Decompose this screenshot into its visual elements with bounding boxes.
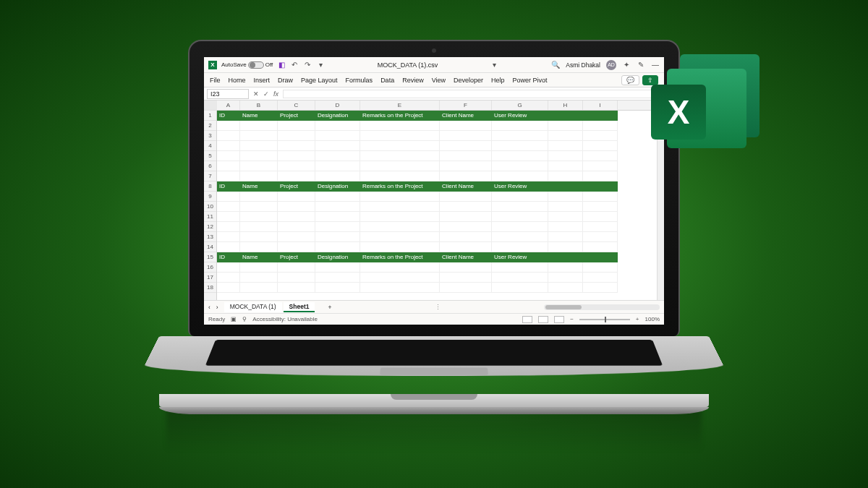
cell[interactable] — [440, 242, 492, 252]
cell[interactable]: ID — [217, 252, 240, 262]
diamond-icon[interactable]: ✦ — [622, 61, 631, 69]
row-header-2[interactable]: 2 — [204, 121, 216, 131]
cell[interactable] — [217, 242, 240, 252]
cell[interactable] — [360, 171, 440, 181]
ribbon-tab-file[interactable]: File — [210, 77, 221, 84]
cell[interactable] — [548, 242, 583, 252]
cell[interactable] — [440, 273, 492, 283]
cell[interactable] — [315, 212, 360, 222]
cell[interactable] — [548, 262, 583, 273]
cell[interactable] — [240, 262, 278, 273]
filename-dropdown-icon[interactable]: ▾ — [490, 61, 499, 69]
add-sheet-button[interactable]: + — [328, 304, 331, 311]
cell[interactable] — [217, 273, 240, 283]
cell[interactable]: Project — [278, 252, 315, 262]
cell[interactable] — [492, 242, 548, 252]
row-header-18[interactable]: 18 — [204, 283, 216, 293]
cell[interactable] — [440, 141, 492, 151]
cell[interactable] — [278, 212, 315, 222]
cell[interactable] — [360, 232, 440, 242]
cell[interactable] — [217, 232, 240, 242]
cell[interactable] — [217, 222, 240, 232]
comments-button[interactable]: 💬 — [621, 75, 639, 85]
cell[interactable] — [583, 273, 618, 283]
cell[interactable] — [440, 222, 492, 232]
row-header-6[interactable]: 6 — [204, 161, 216, 171]
cell[interactable] — [217, 212, 240, 222]
cell[interactable] — [492, 121, 548, 131]
row-header-16[interactable]: 16 — [204, 262, 216, 273]
cell[interactable] — [278, 161, 315, 171]
cell[interactable]: Name — [240, 252, 278, 262]
cell[interactable] — [240, 131, 278, 141]
row-header-7[interactable]: 7 — [204, 171, 216, 181]
cell[interactable]: Project — [278, 111, 315, 121]
cell[interactable]: Client Name — [440, 252, 492, 262]
cell[interactable] — [360, 121, 440, 131]
cancel-icon[interactable]: ✕ — [253, 90, 259, 98]
cell[interactable] — [315, 141, 360, 151]
cell[interactable] — [315, 262, 360, 273]
cell[interactable] — [315, 273, 360, 283]
cell[interactable] — [548, 161, 583, 171]
cell[interactable] — [217, 202, 240, 212]
cell[interactable] — [440, 131, 492, 141]
cell[interactable] — [548, 171, 583, 181]
zoom-level[interactable]: 100% — [645, 316, 660, 322]
cell[interactable] — [548, 273, 583, 283]
cell[interactable] — [315, 232, 360, 242]
cell[interactable] — [583, 131, 618, 141]
cell[interactable] — [548, 232, 583, 242]
autosave-toggle[interactable]: AutoSave Off — [221, 61, 273, 69]
column-header-H[interactable]: H — [548, 100, 583, 110]
cell[interactable] — [440, 171, 492, 181]
cell[interactable] — [440, 202, 492, 212]
cell[interactable] — [240, 141, 278, 151]
cell[interactable] — [278, 131, 315, 141]
zoom-in-button[interactable]: + — [636, 316, 639, 322]
cell[interactable] — [492, 212, 548, 222]
cell[interactable]: Project — [278, 181, 315, 192]
cell[interactable] — [548, 141, 583, 151]
cell[interactable] — [440, 212, 492, 222]
cell[interactable] — [583, 212, 618, 222]
cell[interactable]: ID — [217, 181, 240, 192]
cell[interactable] — [492, 141, 548, 151]
cell[interactable] — [315, 171, 360, 181]
cell[interactable] — [548, 192, 583, 202]
cell[interactable] — [548, 111, 583, 121]
cell[interactable] — [240, 192, 278, 202]
cell[interactable] — [583, 232, 618, 242]
column-header-I[interactable]: I — [583, 100, 618, 110]
row-header-8[interactable]: 8 — [204, 181, 216, 192]
ribbon-tab-view[interactable]: View — [432, 77, 446, 84]
cell[interactable] — [583, 222, 618, 232]
redo-icon[interactable]: ↷ — [303, 61, 312, 69]
horizontal-scroll-thumb[interactable] — [545, 305, 582, 309]
cell[interactable] — [548, 131, 583, 141]
cell[interactable] — [360, 242, 440, 252]
ribbon-tab-power-pivot[interactable]: Power Pivot — [513, 77, 548, 84]
cell[interactable] — [440, 232, 492, 242]
cell[interactable] — [240, 222, 278, 232]
ribbon-tab-insert[interactable]: Insert — [254, 77, 271, 84]
cell[interactable] — [548, 181, 583, 192]
column-header-F[interactable]: F — [440, 100, 492, 110]
cell[interactable] — [583, 141, 618, 151]
sheet-tab-sheet1[interactable]: Sheet1 — [284, 302, 315, 312]
cell[interactable] — [278, 232, 315, 242]
cell[interactable] — [240, 232, 278, 242]
row-header-5[interactable]: 5 — [204, 151, 216, 161]
row-header-3[interactable]: 3 — [204, 131, 216, 141]
cell[interactable]: Remarks on the Project — [360, 252, 440, 262]
user-name[interactable]: Asmi Dhakal — [566, 61, 600, 69]
cell[interactable] — [492, 283, 548, 293]
cell[interactable]: Designation — [315, 111, 360, 121]
row-header-10[interactable]: 10 — [204, 202, 216, 212]
cell[interactable] — [583, 192, 618, 202]
cell[interactable] — [278, 273, 315, 283]
cell[interactable] — [278, 283, 315, 293]
cell[interactable] — [360, 161, 440, 171]
cell[interactable] — [440, 161, 492, 171]
cell[interactable] — [315, 151, 360, 161]
